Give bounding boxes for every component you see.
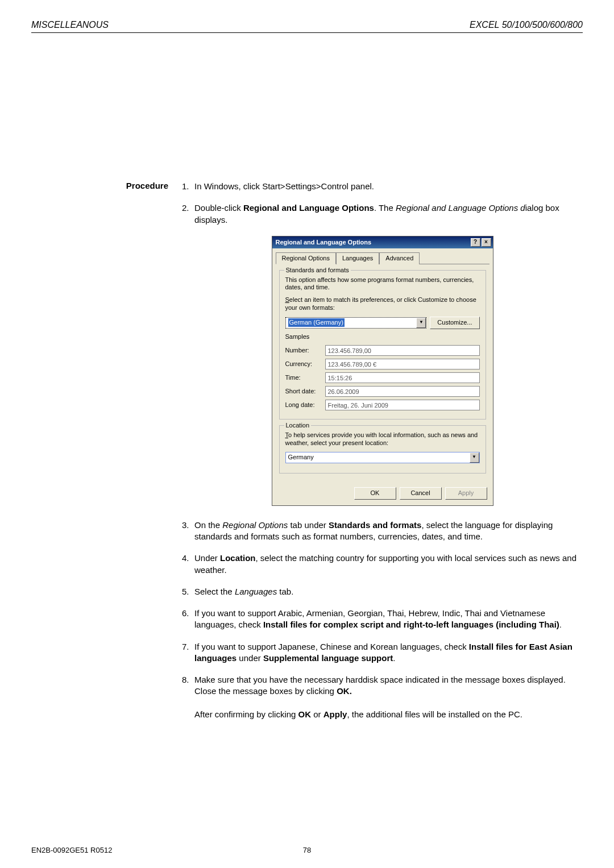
tab-languages[interactable]: Languages — [336, 252, 379, 264]
tab-advanced[interactable]: Advanced — [379, 252, 420, 264]
step-3: 3. On the Regional Options tab under Sta… — [182, 520, 583, 543]
step-4-text: Under Location, select the matching coun… — [194, 553, 583, 576]
location-select-value: Germany — [288, 453, 314, 462]
step-7: 7. If you want to support Japanese, Chin… — [182, 641, 583, 665]
sample-number: Number: 123.456.789,00 — [285, 345, 480, 356]
step-7-text: If you want to support Japanese, Chinese… — [194, 641, 583, 665]
close-button[interactable]: × — [482, 238, 491, 247]
step-3-text: On the Regional Options tab under Standa… — [194, 520, 583, 543]
step-1-text: In Windows, click Start>Settings>Control… — [194, 181, 583, 192]
sample-longdate: Long date: Freitag, 26. Juni 2009 — [285, 400, 480, 410]
step-1: 1. In Windows, click Start>Settings>Cont… — [182, 181, 583, 192]
sample-currency: Currency: 123.456.789,00 € — [285, 359, 480, 369]
chevron-down-icon[interactable]: ▼ — [416, 318, 426, 328]
apply-button[interactable]: Apply — [445, 487, 487, 500]
step-5: 5. Select the Languages tab. — [182, 586, 583, 597]
standards-formats-text2: Select an item to match its preferences,… — [285, 296, 480, 312]
step-8-text: Make sure that you have the necessary ha… — [194, 674, 583, 720]
step-2-text: Double-click Regional and Language Optio… — [194, 202, 583, 226]
standards-formats-text1: This option affects how some programs fo… — [285, 276, 480, 292]
step-6: 6. If you want to support Arabic, Armeni… — [182, 608, 583, 631]
standards-formats-group: Standards and formats This option affect… — [279, 270, 486, 420]
tab-regional-options[interactable]: Regional Options — [276, 252, 336, 264]
chevron-down-icon[interactable]: ▼ — [470, 452, 479, 463]
dialog-title: Regional and Language Options — [276, 238, 372, 247]
step-4: 4. Under Location, select the matching c… — [182, 553, 583, 576]
step-6-text: If you want to support Arabic, Armenian,… — [194, 608, 583, 631]
customize-button[interactable]: Customize... — [430, 317, 479, 329]
samples-label: Samples — [285, 333, 480, 341]
header-left: MISCELLEANOUS — [31, 20, 109, 30]
step-5-text: Select the Languages tab. — [194, 586, 583, 597]
footer-pagenum: 78 — [303, 846, 311, 854]
tab-strip: Regional Options Languages Advanced — [276, 252, 489, 264]
help-button[interactable]: ? — [471, 238, 480, 247]
location-text: To help services provide you with local … — [285, 431, 480, 447]
cancel-button[interactable]: Cancel — [400, 487, 442, 500]
sample-time: Time: 15:15:26 — [285, 372, 480, 383]
header-right: EXCEL 50/100/500/600/800 — [470, 20, 583, 30]
dialog-button-row: OK Cancel Apply — [272, 483, 493, 505]
step-2: 2. Double-click Regional and Language Op… — [182, 202, 583, 226]
regional-options-dialog: Regional and Language Options ? × Region… — [272, 236, 493, 506]
format-select-value: German (Germany) — [288, 318, 345, 327]
step-8: 8. Make sure that you have the necessary… — [182, 674, 583, 720]
procedure-heading: Procedure — [126, 181, 168, 190]
location-legend: Location — [284, 421, 312, 430]
format-select[interactable]: German (Germany) ▼ — [285, 317, 427, 329]
dialog-titlebar[interactable]: Regional and Language Options ? × — [272, 236, 493, 248]
ok-button[interactable]: OK — [354, 487, 396, 500]
sample-shortdate: Short date: 26.06.2009 — [285, 386, 480, 397]
samples-section: Number: 123.456.789,00 Currency: 123.456… — [285, 345, 480, 410]
location-group: Location To help services provide you wi… — [279, 425, 486, 474]
standards-formats-legend: Standards and formats — [284, 266, 351, 275]
location-select[interactable]: Germany ▼ — [285, 452, 480, 463]
